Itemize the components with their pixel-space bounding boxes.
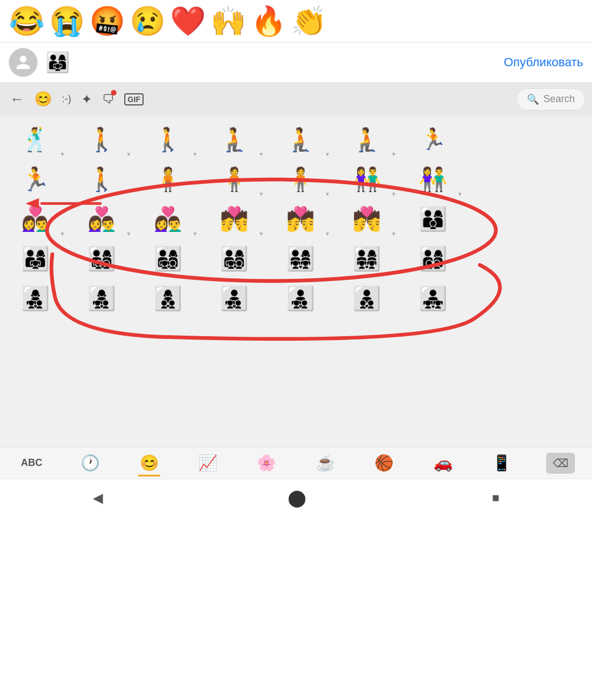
reaction-emoji-8[interactable]: 👏 bbox=[291, 7, 327, 35]
emoji-row-2: 🏃 🚶 🧍 🧍▼ 🧍▼ 👫▼ 👫▼ bbox=[2, 160, 590, 198]
food-icon: ☕ bbox=[316, 454, 335, 472]
nav-recents-button[interactable]: ■ bbox=[492, 491, 499, 505]
emoji-cell[interactable]: 👩‍👧‍👦 bbox=[68, 279, 135, 317]
emoji-cell[interactable]: 💏▼ bbox=[334, 199, 400, 238]
emoji-cell[interactable]: 🏃 bbox=[400, 120, 466, 158]
system-nav-bar: ◀ ⬤ ■ bbox=[0, 479, 592, 516]
category-abc[interactable]: ABC bbox=[2, 455, 61, 471]
cat-label-abc: ABC bbox=[21, 457, 43, 469]
emoji-cell[interactable]: 🧍▼ bbox=[201, 160, 267, 198]
emoji-cell[interactable]: 👨‍👧‍👦 bbox=[267, 279, 334, 317]
emoji-cell[interactable]: 👩‍❤️‍👨▼ bbox=[2, 199, 68, 238]
back-button[interactable]: ← bbox=[7, 87, 28, 111]
category-travel[interactable]: 🚗 bbox=[414, 452, 472, 474]
emoji-cell[interactable]: 👩‍👧‍👦 bbox=[2, 279, 68, 317]
search-icon: 🔍 bbox=[527, 93, 539, 105]
emoji-icon: 😊 bbox=[140, 454, 159, 472]
gif-label: GIF bbox=[124, 93, 144, 105]
sparkle-button[interactable]: ✦ bbox=[78, 88, 96, 110]
emoji-cell[interactable]: 🏃 bbox=[2, 160, 68, 198]
emoji-cell[interactable]: 🧍 bbox=[135, 160, 201, 198]
emoji-grid-area: 🕺▼ 🚶▼ 🚶▼ 🧎▼ 🧎▼ 🧎▼ 🏃 🏃 🚶 🧍 🧍▼ 🧍▼ 👫▼ 👫▼ 👩‍… bbox=[0, 115, 592, 447]
text-emoji-button[interactable]: :-) bbox=[59, 90, 75, 108]
emoji-cell[interactable]: 👨‍👦‍👦 bbox=[334, 279, 400, 317]
search-button[interactable]: 🔍 Search bbox=[516, 88, 585, 110]
emoji-cell[interactable]: 🧎▼ bbox=[334, 120, 400, 158]
category-nature[interactable]: 🌸 bbox=[237, 452, 296, 474]
category-emoji[interactable]: 😊 bbox=[120, 452, 178, 474]
search-label: Search bbox=[543, 93, 575, 105]
category-trending[interactable]: 📈 bbox=[178, 452, 237, 474]
objects-icon: 📱 bbox=[492, 454, 511, 472]
reaction-emoji-7[interactable]: 🔥 bbox=[251, 7, 287, 35]
emoji-cell[interactable]: 🧎▼ bbox=[267, 120, 334, 158]
category-bar: ABC 🕐 😊 📈 🌸 ☕ 🏀 🚗 📱 ⌫ bbox=[0, 447, 592, 479]
emoji-cell[interactable]: 👨‍👩‍👧‍👧 bbox=[267, 239, 334, 278]
emoji-cell[interactable]: 👨‍👩‍👧‍👦 bbox=[135, 239, 201, 278]
keyboard-section: ← 😊 :-) ✦ 🗨 GIF 🔍 Search 🕺▼ 🚶▼ 🚶▼ 🧎▼ 🧎▼ … bbox=[0, 83, 592, 479]
emoji-cell[interactable]: 🚶 bbox=[68, 160, 135, 198]
emoji-cell[interactable]: 👫▼ bbox=[400, 160, 466, 198]
delete-button[interactable]: ⌫ bbox=[531, 453, 590, 474]
emoji-cell[interactable]: 👨‍👩‍👦 bbox=[400, 199, 466, 238]
emoji-row-5: 👩‍👧‍👦 👩‍👧‍👦 👩‍👦‍👦 👨‍👧‍👦 👨‍👧‍👦 👨‍👦‍👦 👨‍👧‍… bbox=[2, 279, 590, 317]
emoji-cell[interactable]: 👨‍👧‍👦 bbox=[201, 279, 267, 317]
reaction-emoji-3[interactable]: 🤬 bbox=[89, 7, 125, 35]
avatar bbox=[9, 48, 38, 77]
emoji-cell[interactable]: 👨‍👩‍👧 bbox=[2, 239, 68, 278]
emoji-cell[interactable]: 👫▼ bbox=[334, 160, 400, 198]
emoji-cell[interactable]: 🚶▼ bbox=[68, 120, 135, 158]
publish-button[interactable]: Опубликовать bbox=[504, 55, 583, 70]
emoji-cell[interactable]: 🕺▼ bbox=[2, 120, 68, 158]
reaction-emoji-6[interactable]: 🙌 bbox=[210, 7, 246, 35]
keyboard-toolbar: ← 😊 :-) ✦ 🗨 GIF 🔍 Search bbox=[0, 83, 592, 115]
gif-button[interactable]: GIF bbox=[121, 90, 147, 109]
reaction-emoji-4[interactable]: 😢 bbox=[130, 7, 166, 35]
composer-row: 👨‍👩‍👧 Опубликовать bbox=[0, 43, 592, 83]
emoji-cell[interactable]: 👨‍👩‍👦‍👦 bbox=[400, 239, 466, 278]
category-food[interactable]: ☕ bbox=[296, 452, 355, 474]
emoji-cell[interactable]: 🧍▼ bbox=[267, 160, 334, 198]
emoji-tab-button[interactable]: 😊 bbox=[31, 87, 55, 111]
emoji-cell[interactable]: 👩‍👦‍👦 bbox=[135, 279, 201, 317]
reaction-emoji-5[interactable]: ❤️ bbox=[170, 7, 206, 35]
activity-icon: 🏀 bbox=[374, 454, 394, 472]
category-activity[interactable]: 🏀 bbox=[355, 452, 413, 474]
recent-icon: 🕐 bbox=[81, 454, 100, 472]
emoji-cell[interactable]: 👨‍👩‍👧‍👦 bbox=[68, 239, 135, 278]
emoji-cell[interactable]: 👨‍👧‍👧 bbox=[400, 279, 466, 317]
emoji-cell[interactable]: 👨‍👩‍👧‍👧 bbox=[334, 239, 400, 278]
category-recent[interactable]: 🕐 bbox=[61, 452, 119, 474]
nav-back-button[interactable]: ◀ bbox=[93, 490, 103, 506]
emoji-cell[interactable]: 🚶▼ bbox=[135, 120, 201, 158]
emoji-cell[interactable]: 🧎▼ bbox=[201, 120, 267, 158]
notification-dot bbox=[111, 90, 117, 96]
emoji-cell[interactable]: 👩‍❤️‍👨▼ bbox=[135, 199, 201, 238]
category-objects[interactable]: 📱 bbox=[472, 452, 531, 474]
emoji-cell[interactable]: 👩‍❤️‍👨▼ bbox=[68, 199, 135, 238]
sticker-button[interactable]: 🗨 bbox=[99, 89, 118, 110]
emoji-cell[interactable]: 💏▼ bbox=[267, 199, 334, 238]
emoji-row-4: 👨‍👩‍👧 👨‍👩‍👧‍👦 👨‍👩‍👧‍👦 👨‍👩‍👧‍👦 👨‍👩‍👧‍👧 👨‍… bbox=[2, 239, 590, 278]
delete-key: ⌫ bbox=[546, 453, 575, 474]
composer-emoji: 👨‍👩‍👧 bbox=[45, 51, 70, 74]
emoji-cell[interactable]: 💏▼ bbox=[201, 199, 267, 238]
travel-icon: 🚗 bbox=[434, 454, 453, 472]
nature-icon: 🌸 bbox=[257, 454, 276, 472]
nav-home-button[interactable]: ⬤ bbox=[288, 488, 306, 507]
reaction-bar: 😂 😭 🤬 😢 ❤️ 🙌 🔥 👏 bbox=[0, 0, 592, 43]
reaction-emoji-1[interactable]: 😂 bbox=[9, 7, 45, 35]
emoji-row-3: 👩‍❤️‍👨▼ 👩‍❤️‍👨▼ 👩‍❤️‍👨▼ 💏▼ 💏▼ 💏▼ 👨‍👩‍👦 bbox=[2, 199, 590, 238]
emoji-cell[interactable]: 👨‍👩‍👧‍👦 bbox=[201, 239, 267, 278]
reaction-emoji-2[interactable]: 😭 bbox=[49, 7, 85, 35]
trending-icon: 📈 bbox=[198, 454, 218, 472]
emoji-row-1: 🕺▼ 🚶▼ 🚶▼ 🧎▼ 🧎▼ 🧎▼ 🏃 bbox=[2, 120, 590, 158]
